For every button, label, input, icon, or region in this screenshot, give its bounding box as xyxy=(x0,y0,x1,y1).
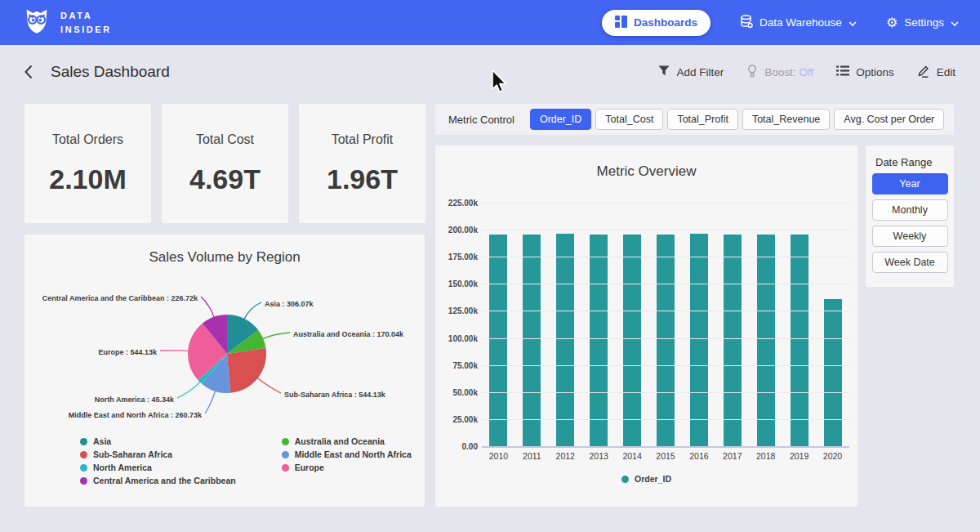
chevron-down-icon xyxy=(951,16,959,29)
legend-dot xyxy=(282,451,289,458)
pie-leader-line xyxy=(205,391,216,414)
stat-value: 2.10M xyxy=(49,163,127,195)
metric-control-bar: Metric Control Order_ID Total_Cost Total… xyxy=(435,104,954,135)
edit-button[interactable]: Edit xyxy=(917,65,956,80)
legend-item-europe[interactable]: Europe xyxy=(282,463,412,472)
metric-chip-total-revenue[interactable]: Total_Revenue xyxy=(742,109,830,130)
x-tick-label: 2014 xyxy=(616,451,649,461)
legend-dot xyxy=(621,476,629,483)
y-tick-label: 225.00k xyxy=(435,199,478,208)
funnel-icon xyxy=(658,65,670,78)
bar-plot-area xyxy=(482,203,849,446)
pie-leader-line xyxy=(244,302,261,320)
x-axis-labels: 2010201120122013201420152016201720182019… xyxy=(482,451,849,461)
nav-warehouse-menu[interactable]: Data Warehouse xyxy=(740,15,857,31)
legend-dot xyxy=(80,464,87,472)
legend-label: Order_ID xyxy=(635,474,671,484)
legend-item-central-america-and-the-caribbean[interactable]: Central America and the Caribbean xyxy=(80,476,236,485)
y-tick-label: 175.00k xyxy=(435,253,478,262)
date-range-panel: Date Range Year Monthly Weekly Week Date xyxy=(866,145,954,287)
bar-chart-card: Metric Overview 201020112012201320142015… xyxy=(435,145,858,507)
boost-label: Boost: xyxy=(764,66,795,78)
bar-2010[interactable] xyxy=(489,235,507,446)
page-title: Sales Dashboard xyxy=(51,63,170,81)
gridline xyxy=(482,419,849,420)
chevron-down-icon xyxy=(849,16,857,29)
stat-label: Total Orders xyxy=(52,132,123,147)
pie-slice-label: Asia : 306.07k xyxy=(265,300,314,308)
pie-leader-line xyxy=(257,378,281,393)
date-range-year-button[interactable]: Year xyxy=(872,173,948,194)
bar-2020[interactable] xyxy=(824,299,842,446)
bar-2014[interactable] xyxy=(623,235,641,446)
x-tick-label: 2016 xyxy=(682,451,715,461)
metric-chip-total-cost[interactable]: Total_Cost xyxy=(595,109,663,130)
bar-2015[interactable] xyxy=(657,235,675,446)
legend-label: Asia xyxy=(93,436,111,446)
edit-label: Edit xyxy=(937,66,956,78)
bar-2018[interactable] xyxy=(757,235,775,446)
brand-logo[interactable]: DATA INSIDER xyxy=(21,6,112,40)
bar-2011[interactable] xyxy=(523,235,541,446)
legend-item-north-america[interactable]: North America xyxy=(80,463,236,472)
x-tick-label: 2011 xyxy=(515,451,549,461)
pie-chart-title: Sales Volume by Region xyxy=(24,235,425,266)
stat-card-total-profit: Total Profit 1.96T xyxy=(299,104,425,223)
nav-settings-label: Settings xyxy=(904,16,944,29)
date-range-weekly-button[interactable]: Weekly xyxy=(872,226,948,247)
gridline xyxy=(482,365,849,366)
y-tick-label: 100.00k xyxy=(435,334,478,343)
bar-chart-legend[interactable]: Order_ID xyxy=(435,474,858,484)
stat-label: Total Profit xyxy=(332,132,394,147)
bar-2017[interactable] xyxy=(724,235,742,446)
boost-toggle[interactable]: Boost: Off xyxy=(746,65,813,80)
gridline xyxy=(482,446,849,448)
bar-2016[interactable] xyxy=(690,234,708,446)
nav-dashboards-button[interactable]: Dashboards xyxy=(602,10,710,36)
date-range-week-date-button[interactable]: Week Date xyxy=(872,252,948,273)
bar-2012[interactable] xyxy=(556,234,574,446)
y-tick-label: 150.00k xyxy=(435,279,478,288)
legend-item-sub-saharan-africa[interactable]: Sub-Saharan Africa xyxy=(80,449,236,459)
legend-label: Sub-Saharan Africa xyxy=(93,449,172,459)
options-label: Options xyxy=(856,66,894,78)
metric-control-label: Metric Control xyxy=(448,114,514,126)
legend-item-asia[interactable]: Asia xyxy=(80,436,236,446)
stat-card-total-cost: Total Cost 4.69T xyxy=(162,104,288,223)
metric-chip-total-profit[interactable]: Total_Profit xyxy=(667,109,738,130)
pie-slice-sub-saharan-africa[interactable] xyxy=(227,348,266,393)
y-tick-label: 125.00k xyxy=(435,306,478,315)
brand-line2: INSIDER xyxy=(60,23,112,37)
legend-dot xyxy=(80,477,87,485)
bar-2013[interactable] xyxy=(590,235,608,446)
legend-dot xyxy=(80,438,87,445)
legend-label: Central America and the Caribbean xyxy=(93,476,236,485)
legend-item-australia-and-oceania[interactable]: Australia and Oceania xyxy=(282,436,412,446)
dashboards-grid-icon xyxy=(615,16,627,30)
bar-2019[interactable] xyxy=(791,235,808,446)
y-tick-label: 75.00k xyxy=(435,361,478,370)
legend-item-middle-east-and-north-africa[interactable]: Middle East and North Africa xyxy=(282,449,412,459)
pie-slice-label: Australia and Oceania : 170.04k xyxy=(293,330,404,338)
nav-settings-menu[interactable]: ⚙ Settings xyxy=(886,16,959,29)
metric-chip-order-id[interactable]: Order_ID xyxy=(530,109,591,130)
options-button[interactable]: Options xyxy=(836,65,894,78)
gridline xyxy=(482,338,849,339)
metric-chip-avg-cost[interactable]: Avg. Cost per Order xyxy=(834,109,944,130)
bar-chart-title: Metric Overview xyxy=(435,145,858,180)
add-filter-button[interactable]: Add Filter xyxy=(658,65,724,78)
pie-leader-line xyxy=(160,351,189,351)
pie-slice-label: Central America and the Caribbean : 226.… xyxy=(42,294,198,302)
nav-warehouse-label: Data Warehouse xyxy=(760,16,842,29)
stat-label: Total Cost xyxy=(196,132,254,147)
legend-dot xyxy=(282,438,289,445)
date-range-monthly-button[interactable]: Monthly xyxy=(872,199,948,221)
pie-leader-line xyxy=(177,382,201,398)
gridline xyxy=(482,257,849,257)
pie-leader-line xyxy=(201,297,214,318)
pie-slice-label: North America : 45.34k xyxy=(95,396,175,404)
legend-dot xyxy=(282,464,289,472)
back-button[interactable] xyxy=(24,65,33,79)
y-tick-label: 200.00k xyxy=(435,226,478,235)
boost-value: Off xyxy=(799,66,813,78)
